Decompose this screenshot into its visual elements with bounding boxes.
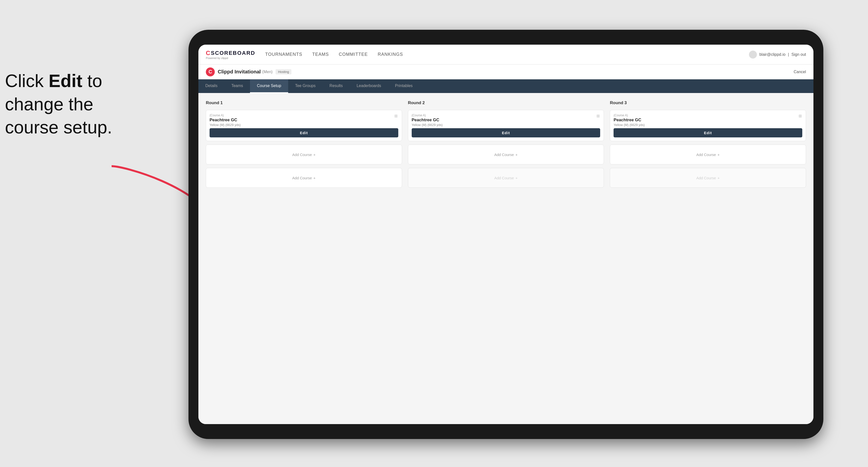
round-2-title: Round 2	[408, 100, 604, 105]
round-3-course-card: (Course A) Peachtree GC Yellow (M) (6629…	[610, 110, 806, 141]
round-2-add-course-2-label: Add Course+	[494, 176, 518, 180]
tournament-name: Clippd Invitational	[218, 69, 261, 75]
round-1-add-course-2[interactable]: Add Course+	[206, 168, 402, 188]
round-3-delete-button[interactable]: ⊞	[797, 113, 803, 119]
round-3-add-course-1-label: Add Course+	[696, 153, 720, 157]
round-2-delete-button[interactable]: ⊞	[595, 113, 601, 119]
round-1-course-name: Peachtree GC	[210, 118, 398, 123]
logo-sub: Powered by clippd	[206, 57, 255, 60]
user-email: blair@clippd.io	[760, 52, 785, 57]
tab-course-setup[interactable]: Course Setup	[250, 80, 288, 93]
round-2-course-label: (Course A)	[412, 114, 600, 117]
top-nav: C SCOREBOARD Powered by clippd TOURNAMEN…	[198, 44, 813, 64]
round-1-column: Round 1 (Course A) Peachtree GC Yellow (…	[206, 100, 402, 188]
round-3-add-course-2: Add Course+	[610, 168, 806, 188]
nav-separator: |	[788, 52, 789, 57]
gender-badge: (Men)	[262, 70, 273, 74]
tablet-device: C SCOREBOARD Powered by clippd TOURNAMEN…	[188, 30, 824, 439]
tab-bar: Details Teams Course Setup Tee Groups Re…	[198, 80, 813, 93]
nav-link-committee[interactable]: COMMITTEE	[339, 52, 368, 57]
tab-printables[interactable]: Printables	[388, 80, 420, 93]
tab-results[interactable]: Results	[323, 80, 350, 93]
round-1-course-details: Yellow (M) (6629 yds)	[210, 123, 398, 127]
tab-tee-groups[interactable]: Tee Groups	[288, 80, 323, 93]
hosting-badge: Hosting	[276, 69, 291, 74]
round-1-title: Round 1	[206, 100, 402, 105]
logo-text: SCOREBOARD	[211, 50, 255, 56]
round-2-add-course-1-label: Add Course+	[494, 153, 518, 157]
round-3-course-name: Peachtree GC	[614, 118, 802, 123]
round-3-add-course-2-label: Add Course+	[696, 176, 720, 180]
round-1-course-header: (Course A) Peachtree GC Yellow (M) (6629…	[206, 110, 402, 128]
round-1-course-label: (Course A)	[210, 114, 398, 117]
nav-right: blair@clippd.io | Sign out	[749, 51, 806, 59]
round-1-add-course-2-label: Add Course+	[292, 176, 315, 180]
round-3-title: Round 3	[610, 100, 806, 105]
logo-c-letter: C	[206, 50, 210, 57]
instruction-bold: Edit	[49, 71, 82, 91]
logo-area: C SCOREBOARD Powered by clippd	[206, 50, 255, 60]
round-2-column: Round 2 (Course A) Peachtree GC Yellow (…	[408, 100, 604, 188]
round-1-add-course-1-label: Add Course+	[292, 153, 315, 157]
round-2-edit-button[interactable]: Edit	[412, 128, 600, 137]
round-3-course-label: (Course A)	[614, 114, 802, 117]
round-3-add-course-1[interactable]: Add Course+	[610, 145, 806, 164]
cancel-button[interactable]: Cancel	[794, 70, 806, 74]
sign-out-link[interactable]: Sign out	[792, 52, 806, 57]
round-2-course-header: (Course A) Peachtree GC Yellow (M) (6629…	[408, 110, 604, 128]
round-3-course-details: Yellow (M) (6629 yds)	[614, 123, 802, 127]
round-1-add-course-1[interactable]: Add Course+	[206, 145, 402, 164]
round-2-add-course-1[interactable]: Add Course+	[408, 145, 604, 164]
user-avatar	[749, 51, 757, 59]
round-2-add-course-2: Add Course+	[408, 168, 604, 188]
round-3-edit-button[interactable]: Edit	[614, 128, 802, 137]
round-2-course-name: Peachtree GC	[412, 118, 600, 123]
round-1-delete-button[interactable]: ⊞	[393, 113, 399, 119]
nav-link-tournaments[interactable]: TOURNAMENTS	[265, 52, 302, 57]
sub-header: C Clippd Invitational (Men) Hosting Canc…	[198, 64, 813, 80]
nav-links: TOURNAMENTS TEAMS COMMITTEE RANKINGS	[265, 52, 749, 57]
round-3-course-header: (Course A) Peachtree GC Yellow (M) (6629…	[610, 110, 806, 128]
round-3-column: Round 3 (Course A) Peachtree GC Yellow (…	[610, 100, 806, 188]
round-1-course-card: (Course A) Peachtree GC Yellow (M) (6629…	[206, 110, 402, 141]
nav-link-rankings[interactable]: RANKINGS	[378, 52, 403, 57]
tab-leaderboards[interactable]: Leaderboards	[350, 80, 388, 93]
instruction-text: Click Edit tochange thecourse setup.	[5, 69, 112, 139]
nav-link-teams[interactable]: TEAMS	[312, 52, 329, 57]
tab-teams[interactable]: Teams	[224, 80, 250, 93]
tablet-screen: C SCOREBOARD Powered by clippd TOURNAMEN…	[198, 44, 813, 424]
tab-details[interactable]: Details	[198, 80, 224, 93]
round-2-course-card: (Course A) Peachtree GC Yellow (M) (6629…	[408, 110, 604, 141]
round-2-course-details: Yellow (M) (6629 yds)	[412, 123, 600, 127]
tournament-logo: C	[206, 67, 215, 76]
round-1-edit-button[interactable]: Edit	[210, 128, 398, 137]
rounds-container: Round 1 (Course A) Peachtree GC Yellow (…	[206, 100, 806, 188]
instruction-before: Click	[5, 71, 49, 91]
main-content: Round 1 (Course A) Peachtree GC Yellow (…	[198, 93, 813, 424]
